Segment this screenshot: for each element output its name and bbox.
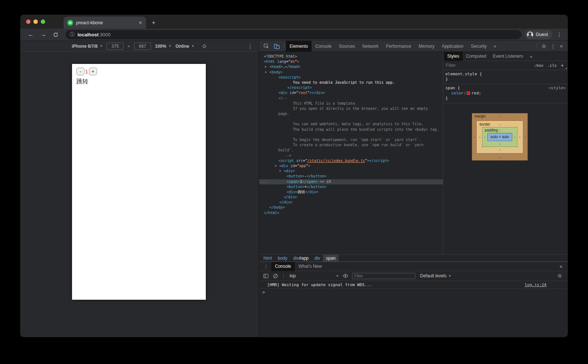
console-source-link[interactable]: log.js:24 [524, 282, 546, 287]
expand-arrow-icon[interactable]: ▼ [279, 169, 284, 174]
dom-tree-line[interactable]: build`. [259, 148, 443, 153]
drawer-close-icon[interactable]: × [558, 263, 564, 270]
dom-tree-line[interactable]: ▼<div> [259, 169, 443, 174]
dom-tree-line[interactable]: You need to enable JavaScript to run thi… [259, 80, 443, 85]
forward-icon[interactable]: → [37, 31, 50, 38]
dom-tree-line[interactable]: </div> [259, 200, 443, 205]
dom-tree-line[interactable]: This HTML file is a template. [259, 101, 443, 106]
devtools-close-icon[interactable]: × [557, 43, 566, 49]
devtools-tab-performance[interactable]: Performance [382, 41, 415, 52]
clear-console-icon[interactable] [272, 273, 279, 279]
color-swatch[interactable] [467, 91, 470, 95]
minimize-window-button[interactable] [33, 19, 38, 24]
tab-close-icon[interactable]: ✕ [139, 20, 142, 25]
dom-tree-line[interactable]: ...<span>1</span> == $0 [259, 179, 443, 184]
margin-top-value[interactable]: - [499, 114, 500, 118]
dom-tree-line[interactable]: </noscript> [259, 85, 443, 90]
margin-bottom-value[interactable]: - [499, 155, 500, 159]
more-sidebar-tabs-icon[interactable]: » [527, 54, 536, 59]
dom-tree-line[interactable]: <!DOCTYPE html> [259, 54, 443, 59]
dom-tree-line[interactable]: --> [259, 153, 443, 158]
new-style-rule-icon[interactable]: + [561, 62, 564, 68]
dom-tree-line[interactable]: To create a production bundle, use `npm … [259, 143, 443, 148]
dom-tree-line[interactable]: <!-- [259, 96, 443, 101]
dom-tree-line[interactable]: The build step will place the bundled sc… [259, 127, 443, 132]
rule-origin[interactable]: <style> [549, 86, 566, 91]
profile-chip[interactable]: Guest [525, 30, 552, 39]
expand-arrow-icon[interactable]: ▼ [265, 70, 269, 75]
breadcrumb-html[interactable]: html [261, 255, 275, 262]
drawer-menu-icon[interactable]: ⋮ [261, 264, 271, 269]
browser-tab[interactable]: M preact-kbone ✕ [64, 17, 146, 29]
devtools-tab-sources[interactable]: Sources [335, 41, 359, 52]
devtools-tab-network[interactable]: Network [359, 41, 382, 52]
dom-tree-line[interactable]: <html lang="en"> [259, 59, 443, 64]
live-expression-eye-icon[interactable] [341, 273, 349, 279]
devtools-settings-icon[interactable] [539, 44, 549, 49]
css-value[interactable]: red; [472, 91, 481, 95]
tab-console[interactable]: Console [271, 262, 295, 271]
dom-tree-line[interactable]: If you open it directly in the browser, … [259, 106, 443, 111]
dom-tree-line[interactable]: ▼<body> [259, 70, 443, 75]
devtools-tab-console[interactable]: Console [312, 41, 335, 52]
console-filter-input[interactable] [352, 273, 415, 279]
devtools-tab-elements[interactable]: Elements [286, 41, 312, 52]
css-declaration[interactable]: color:red; [445, 91, 566, 96]
element-style-rule[interactable]: element.style { } [443, 70, 568, 84]
new-tab-icon[interactable]: + [152, 19, 155, 26]
dom-tree-line[interactable] [259, 132, 443, 137]
breadcrumb-span[interactable]: span [323, 255, 338, 262]
box-model-border[interactable]: border- - padding- - auto × auto [477, 121, 523, 153]
devtools-tab-memory[interactable]: Memory [415, 41, 438, 52]
sidebar-tab-styles[interactable]: Styles [444, 52, 463, 61]
increment-button[interactable]: + [89, 68, 97, 75]
device-toolbar-menu-icon[interactable]: ⋮ [246, 43, 254, 49]
devtools-tab-security[interactable]: Security [467, 41, 490, 52]
device-height-input[interactable] [134, 43, 151, 50]
dom-tree-line[interactable]: <div id="root"></div> [259, 90, 443, 95]
zoom-window-button[interactable] [41, 19, 45, 24]
close-window-button[interactable] [26, 19, 31, 24]
margin-left-value[interactable]: - [472, 135, 477, 139]
styles-filter-input[interactable]: Filter [446, 63, 534, 68]
dom-tree-line[interactable]: </body> [259, 205, 443, 210]
toggle-hover-button[interactable]: :hov [534, 63, 543, 68]
jump-link[interactable]: 跳转 [76, 78, 206, 86]
padding-bottom-value[interactable]: - [499, 142, 500, 146]
rotate-icon[interactable] [201, 43, 207, 49]
box-model-margin[interactable]: margin- - border- - padding- [472, 113, 528, 161]
devtools-tab-application[interactable]: Application [438, 41, 467, 52]
back-icon[interactable]: ← [25, 31, 37, 38]
address-bar[interactable]: ⓘ localhost:3000 [65, 30, 521, 39]
context-select[interactable]: top ▼ [288, 273, 339, 278]
device-select[interactable]: iPhone 6/7/8 ▼ [72, 44, 103, 49]
more-tabs-icon[interactable]: » [490, 43, 499, 49]
border-bottom-value[interactable]: - [499, 148, 500, 152]
breadcrumb-div#app[interactable]: div#app [290, 255, 312, 262]
dom-tree-line[interactable]: </div> [259, 195, 443, 200]
devtools-menu-icon[interactable]: ⋮ [549, 43, 557, 49]
dom-tree-line[interactable]: </html> [259, 210, 443, 216]
span-style-rule[interactable]: <style> span { color:red; } [443, 84, 568, 103]
breadcrumb-div[interactable]: div [312, 255, 323, 262]
reload-icon[interactable] [50, 32, 62, 37]
tab-whats-new[interactable]: What's New [295, 262, 326, 271]
expand-arrow-icon[interactable]: ▼ [275, 163, 279, 169]
border-left-value[interactable]: - [477, 135, 482, 139]
dom-tree-line[interactable]: You can add webfonts, meta tags, or anal… [259, 122, 443, 127]
console-prompt[interactable]: > [259, 289, 568, 296]
dom-tree-line[interactable] [259, 116, 443, 122]
dom-tree-line[interactable]: page. [259, 111, 443, 116]
dom-tree-line[interactable]: <script src="/static/js/index.bundle.js"… [259, 158, 443, 163]
console-sidebar-icon[interactable] [262, 273, 269, 279]
border-right-value[interactable]: - [517, 135, 522, 139]
margin-right-value[interactable]: - [523, 135, 527, 139]
zoom-select[interactable]: 100% ▼ [155, 44, 172, 49]
toggle-device-toolbar-icon[interactable] [272, 43, 282, 49]
box-model-content[interactable]: auto × auto [487, 133, 512, 141]
inspect-element-icon[interactable] [261, 43, 272, 49]
throttling-select[interactable]: Online ▼ [175, 44, 194, 49]
dom-tree-line[interactable]: ▶<head>…</head> [259, 64, 443, 69]
dom-tree-line[interactable]: ▼<div id="app"> [259, 163, 443, 169]
decrement-button[interactable]: - [76, 68, 85, 75]
